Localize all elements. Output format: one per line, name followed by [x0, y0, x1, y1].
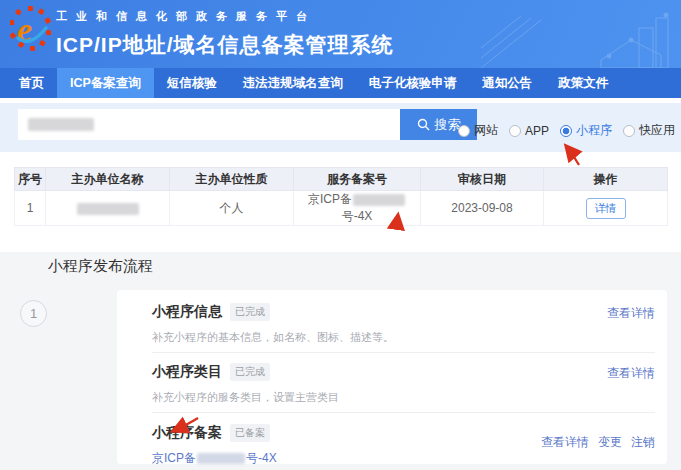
process-item-category-desc: 补充小程序的服务类目，设置主营类目 — [152, 390, 655, 405]
cell-sponsor-name — [46, 191, 170, 226]
process-item-category: 小程序类目 已完成 补充小程序的服务类目，设置主营类目 查看详情 — [152, 363, 655, 405]
query-result-table: 序号 主办单位名称 主办单位性质 服务备案号 审核日期 操作 1 个人 京ICP… — [14, 167, 668, 226]
nav-item-e-verify[interactable]: 电子化核验申请 — [356, 68, 470, 98]
step-number-badge: 1 — [20, 300, 47, 327]
header-titles: 工业和信息化部政务服务平台 ICP/IP地址/域名信息备案管理系统 — [56, 9, 394, 59]
nav-item-icp-query[interactable]: ICP备案查询 — [57, 68, 154, 98]
header-decoration — [481, 0, 681, 68]
cancel-link[interactable]: 注销 — [631, 434, 655, 451]
search-input[interactable] — [18, 109, 400, 140]
cell-sponsor-nature: 个人 — [170, 191, 294, 226]
divider — [152, 352, 655, 353]
radio-app-icon — [509, 125, 521, 137]
nav-item-illegal-domain[interactable]: 违法违规域名查询 — [230, 68, 356, 98]
status-badge-completed: 已完成 — [230, 303, 270, 321]
icp-beian-page: e 工业和信息化部政务服务平台 ICP/IP地址/域名信息备案管理系统 首页 I… — [0, 0, 681, 470]
search-button-label: 搜索 — [435, 116, 461, 134]
col-sponsor-nature: 主办单位性质 — [170, 168, 294, 191]
radio-website[interactable]: 网站 — [458, 122, 498, 139]
process-card: 小程序信息 已完成 补充小程序的基本信息，如名称、图标、描述等。 查看详情 小程… — [117, 290, 667, 464]
search-section: 搜索 网站 APP 小程序 快应用 — [0, 103, 681, 152]
nav-item-sms-verify[interactable]: 短信核验 — [154, 68, 230, 98]
cell-license-number: 京ICP备号-4X — [294, 191, 421, 226]
col-seq: 序号 — [15, 168, 46, 191]
redacted-sponsor-name — [77, 203, 139, 215]
radio-quickapp-icon — [623, 125, 635, 137]
status-badge-completed: 已完成 — [230, 363, 270, 381]
nav-item-home[interactable]: 首页 — [6, 68, 57, 98]
redacted-license-middle — [353, 194, 405, 206]
service-type-radio-group: 网站 APP 小程序 快应用 — [458, 122, 675, 139]
view-detail-link[interactable]: 查看详情 — [541, 434, 589, 451]
process-item-beian: 小程序备案 已备案 京ICP备号-4X 查看详情 变更 注销 — [152, 424, 655, 467]
nav-item-notice[interactable]: 通知公告 — [469, 68, 545, 98]
cell-seq: 1 — [15, 191, 46, 226]
miit-icp-logo-icon: e — [10, 6, 52, 52]
app-header: e 工业和信息化部政务服务平台 ICP/IP地址/域名信息备案管理系统 — [0, 0, 681, 68]
system-title: ICP/IP地址/域名信息备案管理系统 — [56, 31, 394, 59]
divider — [152, 412, 655, 413]
cell-audit-date: 2023-09-08 — [421, 191, 544, 226]
radio-quickapp[interactable]: 快应用 — [623, 122, 675, 139]
radio-website-icon — [458, 125, 470, 137]
detail-button[interactable]: 详情 — [586, 198, 626, 219]
process-item-info-desc: 补充小程序的基本信息，如名称、图标、描述等。 — [152, 330, 655, 345]
col-audit-date: 审核日期 — [421, 168, 544, 191]
process-title: 小程序发布流程 — [48, 257, 153, 276]
redacted-license-middle — [197, 453, 245, 464]
search-icon — [417, 118, 430, 131]
main-nav: 首页 ICP备案查询 短信核验 违法违规域名查询 电子化核验申请 通知公告 政策… — [0, 68, 681, 98]
process-item-beian-title: 小程序备案 — [152, 424, 222, 442]
status-badge-registered: 已备案 — [230, 424, 270, 442]
view-detail-link[interactable]: 查看详情 — [607, 305, 655, 322]
miniprogram-process-section: 小程序发布流程 1 小程序信息 已完成 补充小程序的基本信息，如名称、图标、描述… — [0, 252, 681, 470]
radio-miniprogram[interactable]: 小程序 — [560, 122, 612, 139]
table-row: 1 个人 京ICP备号-4X 2023-09-08 详情 — [15, 191, 668, 226]
radio-app[interactable]: APP — [509, 124, 549, 138]
process-item-category-title: 小程序类目 — [152, 363, 222, 381]
process-item-info-title: 小程序信息 — [152, 303, 222, 321]
table-header-row: 序号 主办单位名称 主办单位性质 服务备案号 审核日期 操作 — [15, 168, 668, 191]
col-sponsor-name: 主办单位名称 — [46, 168, 170, 191]
nav-item-policy[interactable]: 政策文件 — [545, 68, 621, 98]
miniprogram-license-number: 京ICP备号-4X — [152, 450, 655, 467]
platform-name: 工业和信息化部政务服务平台 — [56, 9, 394, 24]
view-detail-link[interactable]: 查看详情 — [607, 365, 655, 382]
change-link[interactable]: 变更 — [598, 434, 622, 451]
cell-action: 详情 — [544, 191, 668, 226]
process-item-info: 小程序信息 已完成 补充小程序的基本信息，如名称、图标、描述等。 查看详情 — [152, 303, 655, 345]
redacted-search-text — [28, 118, 94, 131]
radio-miniprogram-icon — [560, 125, 572, 137]
col-license-number: 服务备案号 — [294, 168, 421, 191]
col-action: 操作 — [544, 168, 668, 191]
